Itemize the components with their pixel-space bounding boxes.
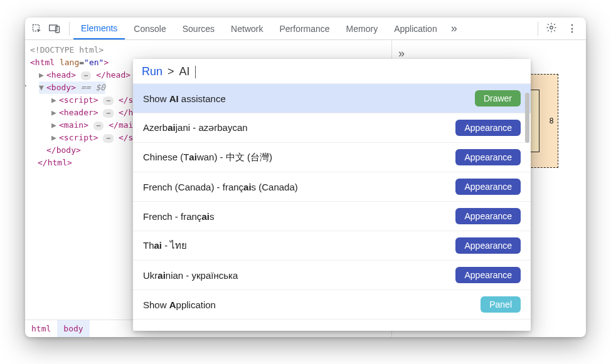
command-item-label: Show Application [143,299,216,310]
command-item-label: Show AI assistance [143,93,226,104]
divider [69,22,70,36]
command-item-badge: Appearance [455,179,521,195]
command-item-label: Azerbaijani - azərbaycan [143,122,248,133]
scrollbar-thumb[interactable] [525,93,529,143]
command-item-badge: Drawer [475,90,521,107]
command-prompt-label: Run [142,65,162,78]
command-input-row: Run >AI [133,59,531,84]
command-item-label: Ukrainian - українська [143,270,238,281]
tab-console[interactable]: Console [126,18,173,39]
command-item-label: Thai - ไทย [143,238,187,253]
command-item[interactable]: Show AI assistanceDrawer [133,84,531,113]
tab-performance[interactable]: Performance [272,18,337,39]
command-item-label: French - français [143,211,214,222]
styles-tabs-overflow-icon[interactable]: » [398,47,405,60]
command-query-text: AI [179,65,190,78]
divider [538,22,538,36]
command-list[interactable]: Show AI assistanceDrawerAzerbaijani - az… [133,84,531,331]
tab-application[interactable]: Application [386,18,445,39]
crumb-html[interactable]: html [25,320,57,338]
kebab-icon[interactable]: ⋮ [562,23,582,34]
command-item-badge: Appearance [455,120,521,136]
tab-sources[interactable]: Sources [175,18,222,39]
command-item[interactable]: Chinese (Taiwan) - 中文 (台灣)Appearance [133,143,531,172]
tab-memory[interactable]: Memory [339,18,386,39]
command-item-label: French (Canada) - français (Canada) [143,182,298,192]
command-item[interactable]: Thai - ไทยAppearance [133,231,531,261]
tabs-overflow-icon[interactable]: » [446,22,462,35]
tab-elements[interactable]: Elements [73,18,125,39]
svg-rect-2 [56,26,60,33]
command-item[interactable]: Azerbaijani - azərbaycanAppearance [133,113,531,143]
gutter-actions-icon[interactable]: ⋯ [25,79,26,91]
command-item-badge: Appearance [455,149,521,165]
command-item-badge: Appearance [455,267,521,283]
text-caret [195,66,196,78]
command-item[interactable]: Show ApplicationPanel [133,290,531,320]
command-item-badge: Appearance [455,237,521,254]
svg-point-3 [550,26,553,29]
command-item-badge: Appearance [455,208,521,224]
device-toolbar-icon[interactable] [46,21,63,37]
command-item[interactable]: French (Canada) - français (Canada)Appea… [133,172,531,202]
doctype: <!DOCTYPE html> [30,45,104,55]
command-item[interactable]: Ukrainian - українськаAppearance [133,261,531,290]
tab-network[interactable]: Network [223,18,270,39]
crumb-body[interactable]: body [57,320,89,338]
command-item[interactable]: French - françaisAppearance [133,202,531,231]
gear-icon[interactable] [542,22,561,35]
command-menu: Run >AI Show AI assistanceDrawerAzerbaij… [133,59,531,331]
command-item-label: Chinese (Taiwan) - 中文 (台灣) [143,152,272,164]
tab-bar: Elements Console Sources Network Perform… [25,18,586,40]
command-item-badge: Panel [481,296,521,313]
margin-right-value: 8 [550,117,554,125]
devtools-window: Elements Console Sources Network Perform… [25,18,586,337]
command-prefix: > [167,65,174,78]
inspect-icon[interactable] [29,21,45,37]
